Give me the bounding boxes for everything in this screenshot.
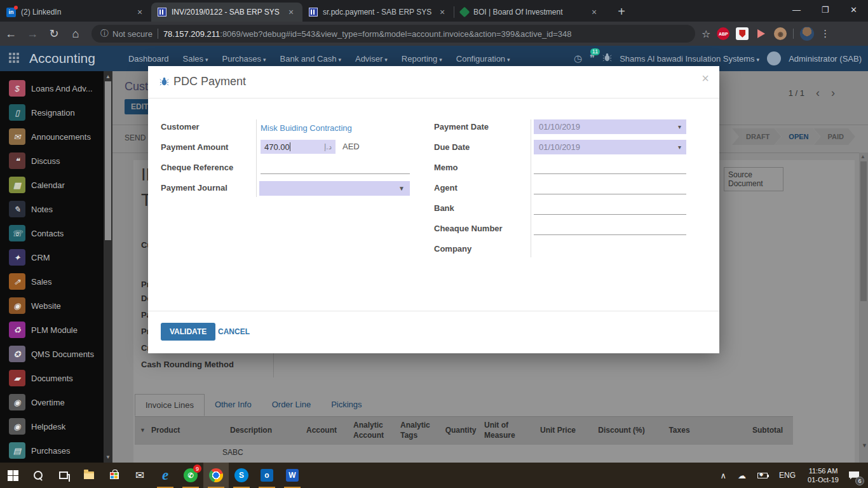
cheque-reference-input[interactable] — [261, 160, 410, 174]
sidebar-item-helpdesk[interactable]: ◉Helpdesk — [0, 414, 104, 438]
memo-input[interactable] — [534, 160, 686, 174]
company-switcher[interactable]: Shams Al bawadi Insulation Systems▾ — [620, 54, 759, 64]
sidebar-item-plm-module[interactable]: ♻PLM Module — [0, 318, 104, 342]
scrollbar-thumb[interactable] — [105, 81, 111, 240]
windows-taskbar: ✉ e ✆ 9 S o W ∧ ☁ ENG 11:56 AM 01-Oct-19… — [0, 463, 868, 488]
maximize-button[interactable]: ❐ — [811, 5, 839, 15]
tab-close-icon[interactable]: × — [135, 7, 145, 17]
taskbar-search-icon[interactable] — [25, 463, 51, 488]
menu-dashboard[interactable]: Dashboard — [128, 54, 169, 64]
whatsapp-icon[interactable]: ✆ 9 — [178, 463, 203, 488]
tab-close-icon[interactable]: × — [437, 7, 447, 17]
tab-close-icon[interactable]: × — [589, 7, 599, 17]
tab-boi[interactable]: BOI | Board Of Investment × — [454, 3, 606, 22]
due-date-label: Due Date — [434, 142, 470, 152]
sidebar-item-contacts[interactable]: ☏Contacts — [0, 221, 104, 245]
sidebar-item-documents[interactable]: ▰Documents — [0, 366, 104, 390]
chrome-icon[interactable] — [203, 463, 229, 488]
sidebar-scrollbar[interactable]: ▲ ▼ — [104, 71, 112, 463]
customer-value-link[interactable]: Misk Buiding Contracting — [261, 123, 352, 133]
sidebar-item-crm[interactable]: ✦CRM — [0, 245, 104, 269]
task-view-icon[interactable] — [51, 463, 76, 488]
shield-extension-icon[interactable] — [736, 27, 749, 40]
menu-configuration[interactable]: Configuration▾ — [456, 54, 510, 64]
purchases-icon: ▤ — [9, 442, 25, 459]
messages-icon[interactable]: ❞11 — [590, 53, 595, 64]
due-date-select[interactable]: 01/10/2019 ▾ — [534, 140, 686, 154]
home-button[interactable]: ⌂ — [65, 27, 86, 41]
payment-journal-select[interactable]: ▼ — [259, 181, 410, 196]
sidebar-item-discuss[interactable]: ❝Discuss — [0, 149, 104, 173]
battery-icon[interactable] — [757, 473, 768, 478]
menu-adviser[interactable]: Adviser▾ — [355, 54, 388, 64]
sidebar-item-website[interactable]: ◉Website — [0, 294, 104, 318]
debug-bug-icon[interactable] — [602, 53, 612, 64]
tab-close-icon[interactable]: × — [286, 7, 296, 17]
scroll-up-icon[interactable]: ▲ — [105, 74, 111, 79]
menu-purchases[interactable]: Purchases▾ — [222, 54, 266, 64]
file-explorer-icon[interactable] — [76, 463, 102, 488]
menu-bank-and-cash[interactable]: Bank and Cash▾ — [280, 54, 341, 64]
new-tab-button[interactable]: + — [613, 4, 630, 19]
sidebar-item-sales[interactable]: ⇗Sales — [0, 269, 104, 294]
sidebar-item-purchases[interactable]: ▤Purchases — [0, 438, 104, 463]
close-window-button[interactable]: ✕ — [839, 5, 868, 15]
chevron-down-icon: ▾ — [757, 57, 760, 63]
sidebar-item-loans[interactable]: $Loans And Adv... — [0, 76, 104, 100]
sidebar-item-calendar[interactable]: ▦Calendar — [0, 173, 104, 197]
hidden-icons-chevron[interactable]: ∧ — [721, 471, 727, 480]
back-button[interactable]: ← — [0, 27, 22, 41]
currency-symbol: د.إ — [324, 142, 332, 151]
taskbar-clock[interactable]: 11:56 AM 01-Oct-19 — [808, 466, 839, 484]
mail-icon[interactable]: ✉ — [127, 463, 153, 488]
payment-amount-input[interactable]: 470.00 د.إ — [261, 140, 336, 154]
edge-icon[interactable]: e — [153, 463, 178, 488]
validate-button[interactable]: VALIDATE — [161, 323, 215, 341]
menu-reporting[interactable]: Reporting▾ — [402, 54, 442, 64]
apps-menu-icon[interactable] — [9, 53, 20, 64]
tab-pdc-payment[interactable]: sr.pdc.payment - SAB ERP SYS × — [302, 3, 454, 22]
app-title[interactable]: Accounting — [29, 51, 95, 66]
bank-input[interactable] — [534, 201, 686, 215]
skype-icon[interactable]: S — [229, 463, 254, 488]
scroll-down-icon[interactable]: ▼ — [105, 454, 111, 460]
user-menu[interactable]: Administrator (SAB) — [789, 54, 862, 64]
security-status[interactable]: ⓘNot secure — [100, 28, 153, 39]
customer-label: Customer — [161, 122, 200, 132]
monkey-extension-icon[interactable]: ◉ — [774, 27, 787, 40]
bookmark-star-icon[interactable]: ☆ — [702, 28, 710, 40]
close-icon[interactable]: × — [702, 71, 709, 86]
cheaque-number-input[interactable] — [534, 221, 686, 235]
onedrive-icon[interactable]: ☁ — [738, 471, 746, 480]
language-indicator[interactable]: ENG — [779, 471, 796, 480]
cancel-button[interactable]: CANCEL — [218, 327, 250, 336]
sidebar-item-notes[interactable]: ✎Notes — [0, 197, 104, 221]
sab-erp-favicon — [309, 8, 318, 17]
tab-invoice[interactable]: INV/2019/0122 - SAB ERP SYS × — [151, 3, 302, 22]
word-icon[interactable]: W — [280, 463, 305, 488]
tab-linkedin[interactable]: in (2) LinkedIn × — [0, 3, 151, 22]
arrow-extension-icon[interactable] — [755, 27, 768, 40]
menu-sales[interactable]: Sales▾ — [183, 54, 208, 64]
payment-date-select[interactable]: 01/10/2019 ▾ — [534, 119, 686, 134]
address-bar[interactable]: ⓘNot secure 78.157.209.211:8069/web?debu… — [92, 25, 695, 43]
discuss-icon: ❝ — [9, 152, 25, 169]
microsoft-store-icon[interactable] — [102, 463, 127, 488]
whatsapp-badge: 9 — [193, 464, 201, 473]
forward-button[interactable]: → — [22, 27, 43, 41]
adblock-extension-icon[interactable]: ABP — [717, 27, 729, 40]
browser-menu-icon[interactable]: ⋮ — [820, 28, 831, 39]
sidebar-item-qms-documents[interactable]: ✪QMS Documents — [0, 342, 104, 366]
start-button[interactable] — [0, 463, 25, 488]
agent-input[interactable] — [534, 180, 686, 194]
dialog-header: PDC Payment × — [148, 66, 719, 98]
minimize-button[interactable]: — — [782, 5, 811, 15]
outlook-icon[interactable]: o — [254, 463, 280, 488]
reload-button[interactable]: ↻ — [43, 27, 65, 41]
sidebar-item-resignation[interactable]: ▯Resignation — [0, 100, 104, 125]
activities-clock-icon[interactable]: ◷ — [574, 53, 582, 64]
company-input[interactable] — [534, 241, 686, 255]
profile-avatar[interactable] — [800, 27, 814, 41]
sidebar-item-overtime[interactable]: ◉Overtime — [0, 390, 104, 414]
sidebar-item-announcements[interactable]: ✉Announcements — [0, 125, 104, 149]
